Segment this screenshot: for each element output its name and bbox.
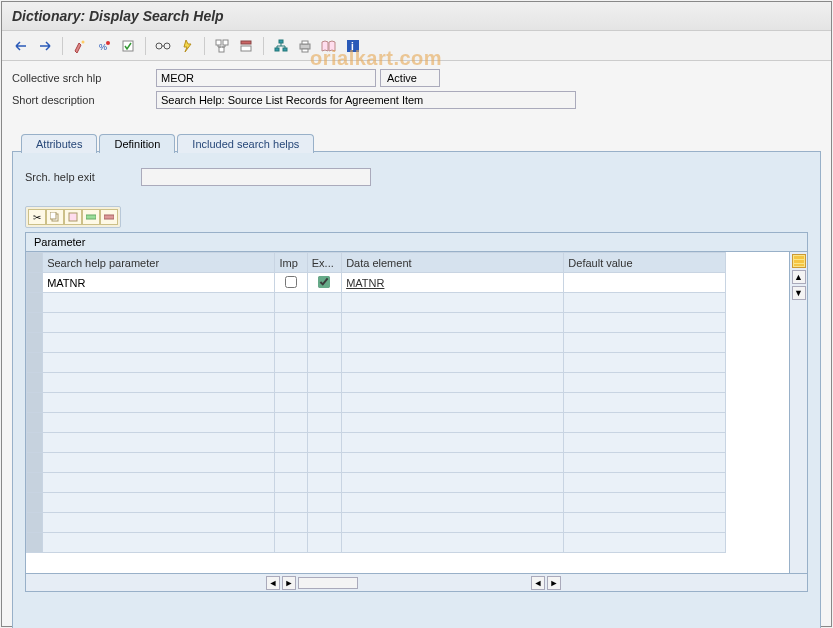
cell-exp[interactable]: [307, 433, 341, 453]
cell-data-element[interactable]: [342, 493, 564, 513]
cell-param[interactable]: [43, 353, 275, 373]
row-selector[interactable]: [27, 453, 43, 473]
cell-param[interactable]: [43, 533, 275, 553]
row-selector[interactable]: [27, 413, 43, 433]
table-row[interactable]: [27, 533, 726, 553]
cell-imp[interactable]: [275, 353, 307, 373]
insert-row-icon[interactable]: [82, 209, 100, 225]
row-selector[interactable]: [27, 393, 43, 413]
cell-default[interactable]: [564, 373, 726, 393]
cell-imp[interactable]: [275, 393, 307, 413]
cell-imp[interactable]: [275, 413, 307, 433]
tab-definition[interactable]: Definition: [99, 134, 175, 153]
cell-imp[interactable]: [275, 533, 307, 553]
cell-exp[interactable]: [307, 373, 341, 393]
cell-param[interactable]: [43, 293, 275, 313]
cell-imp[interactable]: [275, 453, 307, 473]
cell-param[interactable]: [43, 313, 275, 333]
cell-exp[interactable]: [307, 393, 341, 413]
where-used-icon[interactable]: [211, 36, 233, 56]
cell-default[interactable]: [564, 353, 726, 373]
cell-exp[interactable]: [307, 273, 341, 293]
cell-imp[interactable]: [275, 493, 307, 513]
tab-included-search-helps[interactable]: Included search helps: [177, 134, 314, 153]
table-row[interactable]: MATNRMATNR: [27, 273, 726, 293]
table-row[interactable]: [27, 393, 726, 413]
col-data-element[interactable]: Data element: [342, 253, 564, 273]
row-selector-header[interactable]: [27, 253, 43, 273]
scroll-right-icon[interactable]: ►: [282, 576, 296, 590]
cell-data-element[interactable]: [342, 373, 564, 393]
horizontal-scrollbar[interactable]: ◄ ► ◄ ►: [26, 573, 807, 591]
tree-display-icon[interactable]: [235, 36, 257, 56]
table-row[interactable]: [27, 313, 726, 333]
cell-default[interactable]: [564, 393, 726, 413]
cell-default[interactable]: [564, 533, 726, 553]
cell-data-element[interactable]: [342, 353, 564, 373]
short-description-input[interactable]: [156, 91, 576, 109]
table-row[interactable]: [27, 413, 726, 433]
cell-default[interactable]: [564, 473, 726, 493]
col-search-help-parameter[interactable]: Search help parameter: [43, 253, 275, 273]
cell-exp[interactable]: [307, 453, 341, 473]
row-selector[interactable]: [27, 273, 43, 293]
table-settings-icon[interactable]: [792, 254, 806, 268]
cell-default[interactable]: [564, 313, 726, 333]
paste-icon[interactable]: [64, 209, 82, 225]
cell-imp[interactable]: [275, 293, 307, 313]
copy-icon[interactable]: [46, 209, 64, 225]
cut-icon[interactable]: ✂: [28, 209, 46, 225]
glasses-icon[interactable]: [152, 36, 174, 56]
cell-data-element[interactable]: [342, 293, 564, 313]
check-icon[interactable]: [117, 36, 139, 56]
table-row[interactable]: [27, 493, 726, 513]
srch-help-exit-input[interactable]: [141, 168, 371, 186]
cell-default[interactable]: [564, 453, 726, 473]
cell-default[interactable]: [564, 333, 726, 353]
row-selector[interactable]: [27, 293, 43, 313]
cell-data-element[interactable]: [342, 413, 564, 433]
row-selector[interactable]: [27, 333, 43, 353]
cell-param[interactable]: [43, 373, 275, 393]
cell-imp[interactable]: [275, 273, 307, 293]
cell-data-element[interactable]: [342, 533, 564, 553]
cell-default[interactable]: [564, 273, 726, 293]
cell-exp[interactable]: [307, 473, 341, 493]
cell-imp[interactable]: [275, 473, 307, 493]
table-row[interactable]: [27, 373, 726, 393]
scroll-left-end-icon[interactable]: ◄: [531, 576, 545, 590]
forward-button[interactable]: [34, 36, 56, 56]
row-selector[interactable]: [27, 473, 43, 493]
cell-data-element[interactable]: [342, 333, 564, 353]
cell-default[interactable]: [564, 413, 726, 433]
cell-imp[interactable]: [275, 433, 307, 453]
back-button[interactable]: [10, 36, 32, 56]
table-row[interactable]: [27, 433, 726, 453]
cell-default[interactable]: [564, 513, 726, 533]
row-selector[interactable]: [27, 313, 43, 333]
cell-param[interactable]: [43, 393, 275, 413]
cell-param[interactable]: [43, 493, 275, 513]
cell-exp[interactable]: [307, 513, 341, 533]
cell-data-element[interactable]: [342, 513, 564, 533]
cell-imp[interactable]: [275, 333, 307, 353]
cell-param[interactable]: [43, 433, 275, 453]
cell-exp[interactable]: [307, 353, 341, 373]
cell-data-element[interactable]: [342, 453, 564, 473]
row-selector[interactable]: [27, 433, 43, 453]
delete-row-icon[interactable]: [100, 209, 118, 225]
cell-param[interactable]: [43, 513, 275, 533]
scroll-right-end-icon[interactable]: ►: [547, 576, 561, 590]
cell-imp[interactable]: [275, 513, 307, 533]
cell-param[interactable]: [43, 453, 275, 473]
cell-param[interactable]: MATNR: [43, 273, 275, 293]
cell-exp[interactable]: [307, 333, 341, 353]
tab-attributes[interactable]: Attributes: [21, 134, 97, 153]
activate-icon[interactable]: [176, 36, 198, 56]
col-default-value[interactable]: Default value: [564, 253, 726, 273]
cell-param[interactable]: [43, 413, 275, 433]
cell-param[interactable]: [43, 333, 275, 353]
table-row[interactable]: [27, 513, 726, 533]
cell-exp[interactable]: [307, 293, 341, 313]
scroll-thumb[interactable]: [298, 577, 358, 589]
